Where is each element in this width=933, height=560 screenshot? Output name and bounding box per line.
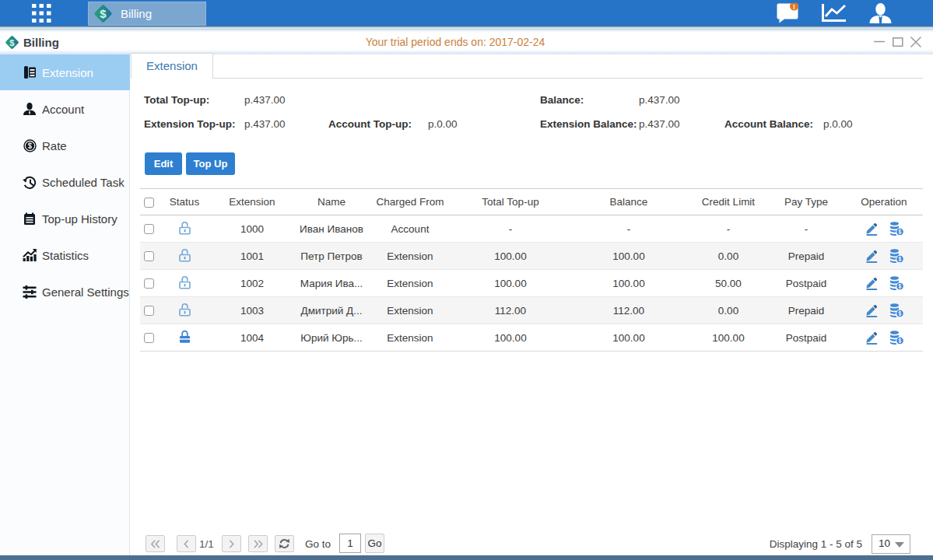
svg-text:$: $ xyxy=(100,7,107,20)
svg-text:!: ! xyxy=(793,3,795,11)
